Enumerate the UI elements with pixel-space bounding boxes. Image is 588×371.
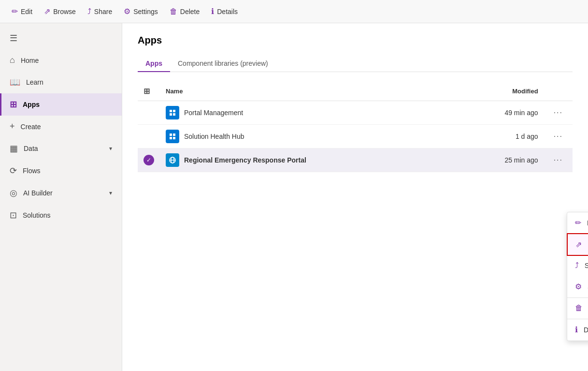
toolbar-browse[interactable]: ⇗ Browse <box>44 7 76 16</box>
table-row[interactable]: Solution Health Hub 1 d ago ··· <box>138 125 573 148</box>
sidebar-home-label: Home <box>21 57 39 64</box>
settings-icon: ⚙ <box>124 7 130 16</box>
svg-rect-6 <box>170 137 172 139</box>
app-name: Solution Health Hub <box>184 133 244 140</box>
chevron-down-icon: ▾ <box>109 145 112 152</box>
tabs-bar: Apps Component libraries (preview) <box>138 56 573 72</box>
context-share-icon: ⤴ <box>575 261 579 270</box>
share-label: Share <box>94 8 112 15</box>
svg-rect-0 <box>170 110 172 112</box>
sidebar-learn-label: Learn <box>26 78 43 86</box>
context-menu-share[interactable]: ⤴ Share <box>567 255 588 276</box>
info-icon: ℹ <box>211 7 214 16</box>
toolbar-delete[interactable]: 🗑 Delete <box>170 7 200 16</box>
details-label: Details <box>217 8 238 15</box>
context-browse-icon: ⇗ <box>575 240 582 249</box>
main-layout: ☰ ⌂ Home 📖 Learn ⊞ Apps + Create ▦ Data … <box>0 23 588 371</box>
delete-label: Delete <box>180 8 200 15</box>
context-menu: ✏ Edit ⇗ Browse ⤴ Share ⚙ Settings 🗑 <box>567 212 588 341</box>
context-menu-delete[interactable]: 🗑 Delete <box>567 298 588 319</box>
page-title: Apps <box>138 35 573 46</box>
share-icon: ⤴ <box>87 7 91 16</box>
browse-label: Browse <box>53 8 76 15</box>
context-menu-details[interactable]: ℹ Details <box>567 319 588 341</box>
toolbar-share[interactable]: ⤴ Share <box>87 7 112 16</box>
context-details-icon: ℹ <box>575 325 578 334</box>
context-menu-browse[interactable]: ⇗ Browse <box>567 233 588 256</box>
svg-rect-3 <box>173 113 175 116</box>
sidebar-item-solutions[interactable]: ⊡ Solutions <box>0 204 122 226</box>
sidebar-item-flows[interactable]: ⟳ Flows <box>0 160 122 182</box>
svg-rect-7 <box>173 137 175 139</box>
sidebar-item-data[interactable]: ▦ Data ▾ <box>0 137 122 160</box>
sidebar-create-label: Create <box>21 123 41 131</box>
learn-icon: 📖 <box>10 77 20 88</box>
app-name-cell: Portal Management <box>166 106 450 119</box>
sidebar-apps-label: Apps <box>23 101 40 108</box>
home-icon: ⌂ <box>10 55 15 65</box>
sidebar-item-apps[interactable]: ⊞ Apps <box>0 93 122 116</box>
settings-label: Settings <box>133 8 158 15</box>
context-menu-settings[interactable]: ⚙ Settings <box>567 276 588 297</box>
table-select-all-icon[interactable]: ⊞ <box>143 87 150 95</box>
create-icon: + <box>10 121 15 132</box>
tab-component-libraries[interactable]: Component libraries (preview) <box>170 56 276 72</box>
sidebar: ☰ ⌂ Home 📖 Learn ⊞ Apps + Create ▦ Data … <box>0 23 122 371</box>
hamburger-icon: ☰ <box>10 33 17 44</box>
chevron-down-icon-ai: ▾ <box>109 190 112 196</box>
solutions-icon: ⊡ <box>10 210 17 221</box>
svg-rect-2 <box>170 113 172 116</box>
context-share-label: Share <box>585 262 588 269</box>
table-row-selected[interactable]: ✓ Regional Emergency Response Portal 25 … <box>138 148 573 172</box>
ai-builder-icon: ◎ <box>10 188 17 198</box>
context-delete-icon: 🗑 <box>575 304 583 312</box>
flows-icon: ⟳ <box>10 165 17 176</box>
browse-icon: ⇗ <box>44 7 50 16</box>
app-name-cell: Regional Emergency Response Portal <box>166 153 450 167</box>
tab-apps[interactable]: Apps <box>138 56 170 72</box>
data-icon: ▦ <box>10 143 18 154</box>
context-edit-icon: ✏ <box>575 218 581 227</box>
toolbar-edit[interactable]: ✏ Edit <box>12 7 32 16</box>
row-ellipsis-button[interactable]: ··· <box>550 130 567 143</box>
row-check-icon: ✓ <box>143 155 154 165</box>
sidebar-item-learn[interactable]: 📖 Learn <box>0 71 122 93</box>
toolbar-settings[interactable]: ⚙ Settings <box>124 7 158 16</box>
apps-table: ⊞ Name Modified <box>138 82 573 172</box>
app-name-bold: Regional Emergency Response Portal <box>184 156 306 164</box>
sidebar-ai-label: AI Builder <box>23 189 53 197</box>
sidebar-item-home[interactable]: ⌂ Home <box>0 49 122 71</box>
svg-rect-5 <box>173 134 175 136</box>
sidebar-solutions-label: Solutions <box>23 211 51 219</box>
context-details-label: Details <box>584 326 588 334</box>
content-area: Apps Apps Component libraries (preview) … <box>122 23 588 371</box>
context-menu-edit[interactable]: ✏ Edit <box>567 212 588 234</box>
delete-icon: 🗑 <box>170 7 177 16</box>
modified-time: 1 d ago <box>516 133 538 140</box>
hamburger-button[interactable]: ☰ <box>0 27 122 49</box>
row-ellipsis-button[interactable]: ··· <box>550 106 567 119</box>
sidebar-flows-label: Flows <box>23 167 41 175</box>
sidebar-data-label: Data <box>24 145 38 152</box>
svg-rect-1 <box>173 110 175 112</box>
app-icon-globe <box>166 153 179 167</box>
col-modified-header: Modified <box>456 82 544 101</box>
table-row[interactable]: Portal Management 49 min ago ··· <box>138 101 573 125</box>
sidebar-item-create[interactable]: + Create <box>0 116 122 137</box>
app-name: Portal Management <box>184 109 243 117</box>
row-ellipsis-button-selected[interactable]: ··· <box>550 154 567 166</box>
app-icon-blue-2 <box>166 130 179 143</box>
app-icon-blue <box>166 106 179 119</box>
sidebar-item-ai-builder[interactable]: ◎ AI Builder ▾ <box>0 182 122 204</box>
toolbar: ✏ Edit ⇗ Browse ⤴ Share ⚙ Settings 🗑 Del… <box>0 0 588 23</box>
app-name-cell: Solution Health Hub <box>166 130 450 143</box>
svg-rect-4 <box>170 134 172 136</box>
toolbar-details[interactable]: ℹ Details <box>211 7 238 16</box>
modified-time: 25 min ago <box>504 156 538 164</box>
apps-icon: ⊞ <box>10 99 17 110</box>
edit-icon: ✏ <box>12 7 18 16</box>
col-name-header: Name <box>160 82 456 101</box>
modified-time: 49 min ago <box>504 109 538 117</box>
edit-label: Edit <box>21 8 32 15</box>
context-settings-icon: ⚙ <box>575 282 582 291</box>
